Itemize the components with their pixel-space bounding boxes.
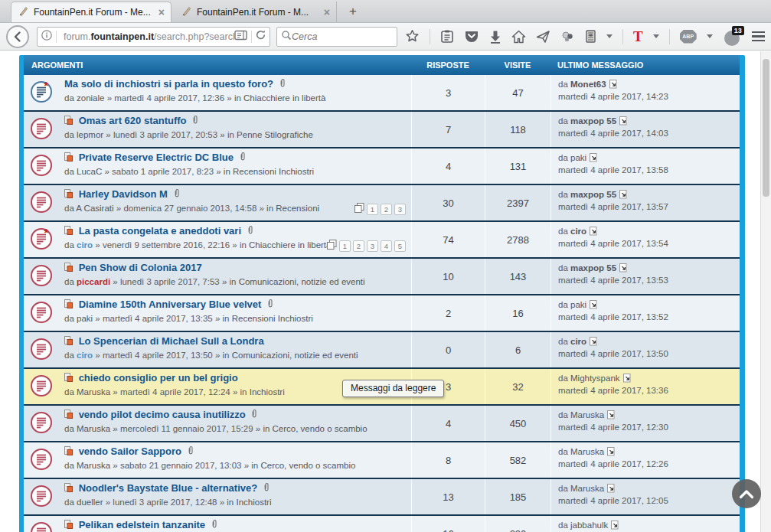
topic-title-link[interactable]: Harley Davidson M <box>79 188 168 200</box>
topic-title-link[interactable]: Diamine 150th Anniversary Blue velvet <box>79 299 262 310</box>
tab-close-icon[interactable]: × <box>324 6 330 18</box>
topic-forum-link[interactable]: Penne Stilografiche <box>237 130 313 139</box>
topic-title-link[interactable]: Pen Show di Colonia 2017 <box>79 262 202 273</box>
topic-forum-link[interactable]: Cerco, vendo o scambio <box>260 461 355 470</box>
goto-unread-flag-icon[interactable] <box>64 520 73 531</box>
send-tab-icon[interactable] <box>536 28 550 46</box>
home-icon[interactable] <box>511 28 526 46</box>
chevron-down-icon[interactable] <box>707 34 713 38</box>
url-bar[interactable]: forum.fountainpen.it/search.php?search_ <box>37 27 270 47</box>
tracker-blocker-icon[interactable]: 13 <box>723 28 741 46</box>
search-bar[interactable] <box>276 27 397 47</box>
goto-unread-flag-icon[interactable] <box>64 336 73 348</box>
chevron-down-icon[interactable] <box>653 34 659 38</box>
page-number-link[interactable]: 3 <box>394 204 406 215</box>
pocket-icon[interactable] <box>464 28 479 46</box>
site-info-icon[interactable] <box>41 29 53 44</box>
topic-forum-link[interactable]: Chiacchiere in libertà <box>249 240 331 250</box>
extension-circles-icon[interactable] <box>560 28 575 46</box>
tab-inactive[interactable]: FountainPen.it Forum - M... × <box>175 2 337 22</box>
topic-title-link[interactable]: Ma solo di inchiostri si parla in questo… <box>64 78 273 90</box>
adblock-plus-icon[interactable]: ABP <box>680 30 697 44</box>
goto-last-post-icon[interactable] <box>590 155 598 164</box>
text-addon-icon[interactable]: T <box>633 28 643 46</box>
page-number-link[interactable]: 1 <box>367 204 378 215</box>
topic-author-link[interactable]: ciro <box>77 351 93 360</box>
topic-forum-link[interactable]: Recensioni Inchiostri <box>233 167 314 176</box>
last-post-author-link[interactable]: maxpop 55 <box>570 116 616 126</box>
topic-title-link[interactable]: vendo Sailor Sapporo <box>79 446 181 457</box>
topic-author-link[interactable]: Maruska <box>77 461 110 470</box>
topic-title-link[interactable]: La pasta congelata e aneddoti vari <box>79 225 241 237</box>
topic-author-link[interactable]: LucaC <box>77 167 102 176</box>
downloads-icon[interactable] <box>489 28 501 46</box>
goto-unread-flag-icon[interactable] <box>64 263 73 274</box>
last-post-author-link[interactable]: jabbahulk <box>570 521 608 530</box>
topic-author-link[interactable]: paki <box>77 314 93 323</box>
goto-unread-flag-icon[interactable] <box>64 446 73 458</box>
scrollbar-thumb[interactable] <box>763 59 769 197</box>
page-number-link[interactable]: 5 <box>394 240 406 252</box>
topic-title-link[interactable]: vendo pilot decimo causa inutilizzo <box>79 409 246 420</box>
tab-close-icon[interactable]: × <box>158 6 165 18</box>
goto-last-post-icon[interactable] <box>619 265 628 274</box>
goto-unread-flag-icon[interactable] <box>64 483 73 494</box>
topic-author-link[interactable]: ciro <box>77 240 93 250</box>
topic-title-link[interactable]: Omas art 620 stantuffo <box>79 115 187 126</box>
last-post-author-link[interactable]: maxpop 55 <box>570 190 616 199</box>
topic-author-link[interactable]: zoniale <box>77 93 104 103</box>
goto-unread-flag-icon[interactable] <box>64 226 73 237</box>
goto-last-post-icon[interactable] <box>607 449 616 458</box>
topic-forum-link[interactable]: Inchiostri <box>250 387 285 397</box>
last-post-author-link[interactable]: paki <box>570 300 586 309</box>
page-number-link[interactable]: 3 <box>367 240 378 252</box>
bookmark-star-icon[interactable] <box>405 28 420 46</box>
page-number-link[interactable]: 1 <box>339 240 351 252</box>
reader-mode-icon[interactable] <box>234 30 248 44</box>
goto-last-post-icon[interactable] <box>590 338 598 348</box>
goto-last-post-icon[interactable] <box>609 81 618 90</box>
menu-button[interactable] <box>752 31 765 42</box>
page-number-link[interactable]: 2 <box>381 204 392 215</box>
search-input[interactable] <box>292 31 376 42</box>
topic-author-link[interactable]: Maruska <box>77 424 110 433</box>
page-number-link[interactable]: 2 <box>353 240 364 252</box>
topic-forum-link[interactable]: Cerco, vendo o scambio <box>273 424 368 433</box>
goto-last-post-icon[interactable] <box>619 118 628 127</box>
topic-forum-link[interactable]: Comunicazioni, notizie ed eventi <box>232 351 358 360</box>
last-post-author-link[interactable]: paki <box>570 153 586 162</box>
topic-title-link[interactable]: Private Reserve Electric DC Blue <box>79 152 234 163</box>
chevron-down-icon[interactable] <box>606 34 613 38</box>
topic-forum-link[interactable]: Chiacchiere in libertà <box>243 93 325 103</box>
topic-forum-link[interactable]: Recensioni <box>276 204 319 213</box>
topic-author-link[interactable]: piccardi <box>77 277 110 286</box>
goto-unread-flag-icon[interactable] <box>64 189 73 201</box>
goto-last-post-icon[interactable] <box>623 375 632 384</box>
archive-addon-icon[interactable] <box>585 28 596 46</box>
goto-last-post-icon[interactable] <box>607 485 616 494</box>
topic-author-link[interactable]: Maruska <box>77 387 110 397</box>
topic-forum-link[interactable]: Recensioni Inchiostri <box>232 314 313 323</box>
last-post-author-link[interactable]: Maruska <box>570 447 604 456</box>
goto-unread-flag-icon[interactable] <box>64 373 73 384</box>
topic-title-link[interactable]: Noodler's Baystate Blue - alternative? <box>79 482 258 494</box>
topic-title-link[interactable]: chiedo consiglio per un bel grigio <box>79 372 238 383</box>
topic-author-link[interactable]: A Casirati <box>76 204 113 213</box>
last-post-author-link[interactable]: Monet63 <box>570 80 606 89</box>
tab-active[interactable]: FountainPen.it Forum - Me... × <box>11 2 172 22</box>
page-scrollbar[interactable] <box>760 51 771 532</box>
topic-forum-link[interactable]: Inchiostri <box>236 498 271 507</box>
scroll-to-top-button[interactable] <box>732 479 761 508</box>
goto-unread-flag-icon[interactable] <box>64 152 73 164</box>
goto-last-post-icon[interactable] <box>590 228 598 237</box>
goto-unread-flag-icon[interactable] <box>64 116 73 127</box>
last-post-author-link[interactable]: Mightyspank <box>570 374 620 383</box>
reload-icon[interactable] <box>255 29 266 44</box>
goto-last-post-icon[interactable] <box>611 522 619 531</box>
page-number-link[interactable]: 4 <box>381 240 392 252</box>
topic-author-link[interactable]: lepmor <box>77 130 103 139</box>
back-button[interactable] <box>6 25 29 48</box>
new-tab-button[interactable]: + <box>343 2 363 21</box>
last-post-author-link[interactable]: Maruska <box>570 410 604 419</box>
bookmarks-menu-icon[interactable] <box>440 28 454 46</box>
